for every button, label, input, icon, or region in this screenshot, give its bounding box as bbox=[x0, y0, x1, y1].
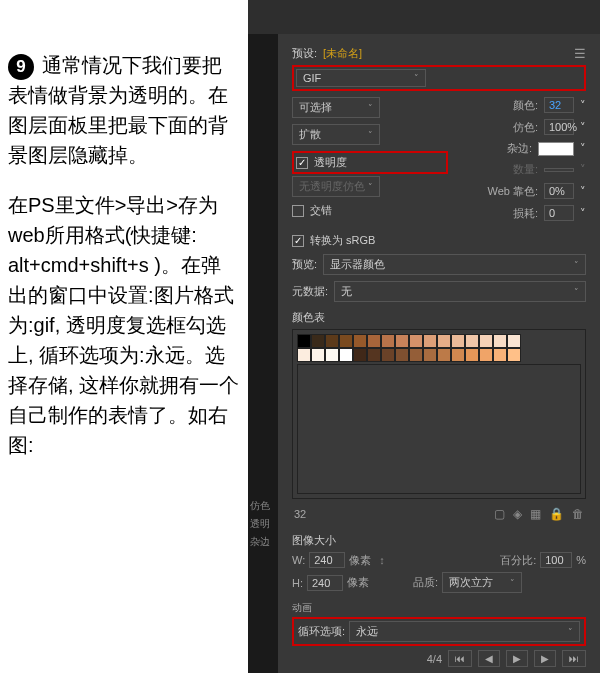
loop-label: 循环选项: bbox=[298, 624, 345, 639]
palette-icon-2[interactable]: ◈ bbox=[513, 507, 522, 521]
dither-pct-input[interactable]: 100% bbox=[544, 119, 574, 135]
palette-swatch[interactable] bbox=[451, 348, 465, 362]
quality-dropdown[interactable]: 两次立方˅ bbox=[442, 572, 522, 593]
last-frame-button[interactable]: ⏭ bbox=[562, 650, 586, 667]
palette-swatch[interactable] bbox=[479, 334, 493, 348]
dither-pct-label: 仿色: bbox=[513, 120, 538, 135]
frame-counter: 4/4 bbox=[427, 653, 442, 665]
transparency-label: 透明度 bbox=[314, 155, 347, 170]
lock-icon[interactable]: 🔒 bbox=[549, 507, 564, 521]
next-frame-button[interactable]: ▶ bbox=[534, 650, 556, 667]
websnap-input[interactable]: 0% bbox=[544, 183, 574, 199]
colors-label: 颜色: bbox=[513, 98, 538, 113]
websnap-label: Web 靠色: bbox=[487, 184, 538, 199]
preset-name: [未命名] bbox=[323, 46, 362, 61]
loop-highlight: 循环选项: 永远˅ bbox=[292, 617, 586, 646]
step-number-badge: 9 bbox=[8, 54, 34, 80]
matte-swatch[interactable] bbox=[538, 142, 574, 156]
format-highlight: GIF˅ bbox=[292, 65, 586, 91]
palette-swatch[interactable] bbox=[381, 348, 395, 362]
palette-swatch[interactable] bbox=[381, 334, 395, 348]
height-input[interactable]: 240 bbox=[307, 575, 343, 591]
preview-strip: 仿色 透明 杂边 bbox=[248, 34, 278, 673]
color-table-label: 颜色表 bbox=[292, 310, 586, 325]
prev-frame-button[interactable]: ◀ bbox=[478, 650, 500, 667]
palette-swatch[interactable] bbox=[339, 334, 353, 348]
palette-swatch[interactable] bbox=[423, 334, 437, 348]
side-label-trans: 透明 bbox=[250, 517, 270, 531]
percent-label: 百分比: bbox=[500, 553, 536, 568]
side-label-matte: 杂边 bbox=[250, 535, 270, 549]
amount-input bbox=[544, 168, 574, 172]
trans-dither-dropdown[interactable]: 无透明度仿色˅ bbox=[292, 176, 380, 197]
first-frame-button[interactable]: ⏮ bbox=[448, 650, 472, 667]
palette-swatch[interactable] bbox=[493, 334, 507, 348]
format-dropdown[interactable]: GIF˅ bbox=[296, 69, 426, 87]
reduction-dropdown[interactable]: 可选择˅ bbox=[292, 97, 380, 118]
palette-swatch[interactable] bbox=[367, 348, 381, 362]
image-size-label: 图像大小 bbox=[292, 533, 586, 548]
width-label: W: bbox=[292, 554, 305, 566]
link-icon[interactable]: ↕ bbox=[375, 554, 389, 566]
colors-input[interactable]: 32 bbox=[544, 97, 574, 113]
animation-label: 动画 bbox=[292, 601, 586, 615]
interlace-checkbox[interactable] bbox=[292, 205, 304, 217]
palette-swatch[interactable] bbox=[353, 334, 367, 348]
preview-label: 预览: bbox=[292, 257, 317, 272]
color-table bbox=[292, 329, 586, 499]
quality-label: 品质: bbox=[413, 575, 438, 590]
loop-dropdown[interactable]: 永远˅ bbox=[349, 621, 580, 642]
palette-swatch[interactable] bbox=[479, 348, 493, 362]
palette-swatch[interactable] bbox=[465, 334, 479, 348]
palette-swatch[interactable] bbox=[325, 334, 339, 348]
transparency-checkbox[interactable] bbox=[296, 157, 308, 169]
lossy-input[interactable]: 0 bbox=[544, 205, 574, 221]
palette-swatch[interactable] bbox=[395, 348, 409, 362]
palette-swatch[interactable] bbox=[493, 348, 507, 362]
palette-swatch[interactable] bbox=[451, 334, 465, 348]
palette-empty-area bbox=[297, 364, 581, 494]
palette-swatch[interactable] bbox=[507, 334, 521, 348]
palette-count: 32 bbox=[294, 508, 306, 520]
palette-swatch[interactable] bbox=[437, 334, 451, 348]
palette-swatch[interactable] bbox=[437, 348, 451, 362]
palette-swatch[interactable] bbox=[395, 334, 409, 348]
palette-swatch[interactable] bbox=[367, 334, 381, 348]
palette-swatch[interactable] bbox=[339, 348, 353, 362]
palette-icon-1[interactable]: ▢ bbox=[494, 507, 505, 521]
palette-swatch[interactable] bbox=[297, 348, 311, 362]
instruction-text-1: 通常情况下我们要把表情做背景为透明的。在图层面板里把最下面的背景图层隐藏掉。 bbox=[8, 54, 228, 166]
palette-swatch[interactable] bbox=[311, 334, 325, 348]
dither-dropdown[interactable]: 扩散˅ bbox=[292, 124, 380, 145]
preset-label: 预设: bbox=[292, 46, 317, 61]
chevron-down-icon: ˅ bbox=[414, 73, 419, 83]
pixels-label-w: 像素 bbox=[349, 553, 371, 568]
srgb-label: 转换为 sRGB bbox=[310, 233, 375, 248]
palette-swatch[interactable] bbox=[507, 348, 521, 362]
instruction-text-2: 在PS里文件>导出>存为web所用格式(快捷键: alt+cmd+shift+s… bbox=[8, 190, 240, 460]
palette-swatch[interactable] bbox=[297, 334, 311, 348]
palette-swatch[interactable] bbox=[409, 348, 423, 362]
palette-swatch[interactable] bbox=[409, 334, 423, 348]
palette-swatch[interactable] bbox=[311, 348, 325, 362]
palette-icon-3[interactable]: ▦ bbox=[530, 507, 541, 521]
pixels-label-h: 像素 bbox=[347, 575, 369, 590]
interlace-label: 交错 bbox=[310, 203, 332, 218]
trash-icon[interactable]: 🗑 bbox=[572, 507, 584, 521]
srgb-checkbox[interactable] bbox=[292, 235, 304, 247]
preview-dropdown[interactable]: 显示器颜色˅ bbox=[323, 254, 586, 275]
percent-input[interactable]: 100 bbox=[540, 552, 572, 568]
menu-icon[interactable]: ☰ bbox=[574, 46, 586, 61]
height-label: H: bbox=[292, 577, 303, 589]
matte-label: 杂边: bbox=[507, 141, 532, 156]
percent-unit: % bbox=[576, 554, 586, 566]
save-for-web-panel: 仿色 透明 杂边 预设: [未命名] ☰ GIF˅ 可选择˅ 扩散˅ bbox=[248, 0, 600, 673]
width-input[interactable]: 240 bbox=[309, 552, 345, 568]
palette-swatch[interactable] bbox=[353, 348, 367, 362]
palette-swatch[interactable] bbox=[325, 348, 339, 362]
lossy-label: 损耗: bbox=[513, 206, 538, 221]
palette-swatch[interactable] bbox=[465, 348, 479, 362]
palette-swatch[interactable] bbox=[423, 348, 437, 362]
metadata-dropdown[interactable]: 无˅ bbox=[334, 281, 586, 302]
play-button[interactable]: ▶ bbox=[506, 650, 528, 667]
